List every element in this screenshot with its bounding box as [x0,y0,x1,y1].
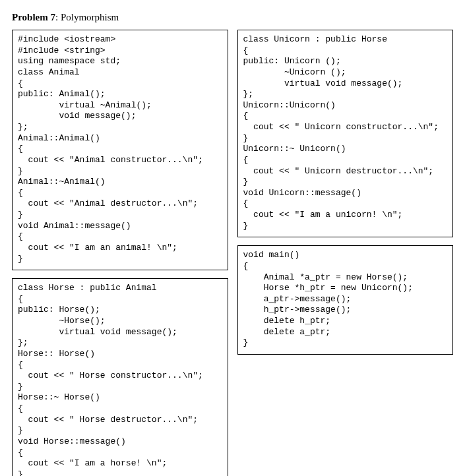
left-column: #include <iostream> #include <string> us… [12,30,228,476]
code-unicorn: class Unicorn : public Horse { public: U… [237,30,454,237]
problem-number: Problem 7 [12,12,55,22]
code-main: void main() { Animal *a_ptr = new Horse(… [237,245,454,355]
code-columns: #include <iostream> #include <string> us… [12,30,453,476]
problem-title: Problem 7: Polymorphism [12,12,453,23]
problem-subject: : Polymorphism [55,12,119,22]
right-column: class Unicorn : public Horse { public: U… [237,30,454,355]
code-animal: #include <iostream> #include <string> us… [12,30,228,270]
code-horse: class Horse : public Animal { public: Ho… [12,278,228,476]
